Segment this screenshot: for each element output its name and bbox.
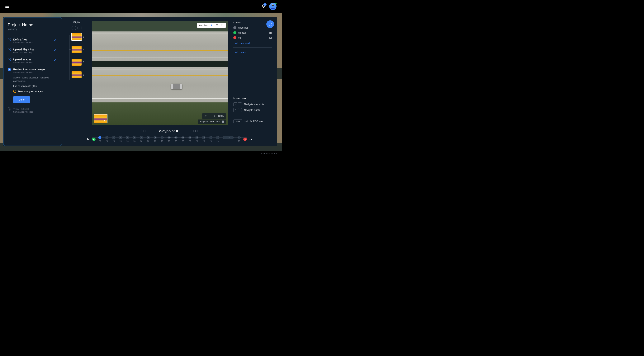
up-key-icon: ˄: [233, 108, 237, 112]
labels-title: Labels: [233, 21, 272, 24]
waypoint-prev-button[interactable]: [141, 129, 146, 133]
timeline-value: 20: [126, 140, 128, 142]
label-count: [1]: [269, 31, 272, 34]
timeline-point[interactable]: 1720: [209, 136, 212, 142]
step-review-annotate: 4 Review & Annotate Images Summarize if …: [8, 68, 58, 107]
timeline-point[interactable]: 220: [105, 136, 108, 142]
timeline-point[interactable]: 320: [112, 136, 115, 142]
viewer-meta: Image 001 / 09:14 AM i: [198, 119, 226, 124]
timeline-point[interactable]: 1120: [168, 136, 170, 142]
divider: [6, 34, 59, 34]
add-notes-link[interactable]: + Add notes: [233, 51, 272, 54]
timeline-end-marker[interactable]: [243, 137, 247, 141]
timeline-point[interactable]: 1320: [181, 136, 184, 142]
timeline-point[interactable]: 520: [126, 136, 129, 142]
footer: DECKER 0.0.1: [0, 151, 282, 156]
annotate-toolbar: Annotate: [197, 23, 226, 28]
label-name: defects: [238, 31, 267, 34]
zoom-out-button[interactable]: −: [209, 114, 211, 118]
edit-step-button[interactable]: [53, 48, 58, 54]
timeline-point[interactable]: 820: [147, 136, 150, 142]
polygon-icon: [221, 24, 224, 26]
flight-thumbnail: [72, 71, 82, 78]
info-icon[interactable]: i: [222, 120, 224, 123]
label-item-defects[interactable]: defects [1]: [233, 31, 272, 34]
timeline-point[interactable]: 420: [119, 136, 122, 142]
step-title: Upload Flight Plan: [13, 48, 51, 51]
label-color-dot: [233, 26, 236, 29]
main-content: Flights 5 5 5 5: [62, 17, 277, 146]
timeline-value: 20: [216, 140, 218, 142]
timeline-start-marker[interactable]: [92, 137, 96, 141]
pointer-icon: [210, 24, 213, 26]
avatar[interactable]: [269, 3, 276, 10]
timeline-point[interactable]: 120: [98, 136, 101, 142]
timeline-point[interactable]: 1520: [195, 136, 198, 142]
image-viewer[interactable]: Annotate ↻ ↺ − + 100%: [92, 21, 228, 125]
waypoint-next-button[interactable]: [193, 129, 198, 133]
label-item-undefined[interactable]: undefined: [233, 26, 272, 29]
flight-count: 5: [83, 74, 84, 76]
main-panel: Project Name (000-000) 1 Define Area Sum…: [3, 17, 277, 146]
done-button[interactable]: Done: [13, 96, 30, 103]
reset-zoom-button[interactable]: ↺: [204, 114, 207, 118]
thermal-thumbnail[interactable]: ↻: [94, 114, 108, 123]
timeline-value: 20: [203, 140, 205, 142]
timeline-point[interactable]: 1420: [188, 136, 191, 142]
flights-title: Flights: [73, 21, 80, 24]
notifications-button[interactable]: 6: [262, 4, 266, 9]
flight-item[interactable]: 5: [72, 33, 84, 40]
timeline-point[interactable]: 1620: [202, 136, 205, 142]
timeline-point[interactable]: 720: [140, 136, 143, 142]
step-upload-images: 3 Upload Images Summarize if needed: [8, 58, 58, 68]
zoom-level: 100%: [218, 115, 224, 117]
timeline-value: 20: [210, 140, 212, 142]
flight-item[interactable]: 5: [72, 46, 84, 53]
topbar-right: 6: [262, 3, 276, 10]
edit-step-button[interactable]: [53, 38, 58, 44]
timeline-point[interactable]: 1220: [174, 136, 178, 142]
timeline-point[interactable]: 1820: [216, 136, 219, 142]
timeline-dot: 14: [188, 136, 191, 139]
flight-count: 5: [83, 61, 84, 63]
polygon-tool[interactable]: [221, 24, 224, 26]
viewer-column: Annotate ↻ ↺ − + 100%: [92, 21, 228, 125]
timeline-value: 20: [161, 140, 163, 142]
timeline-point[interactable]: 2020: [238, 136, 241, 142]
timeline-point[interactable]: 920: [154, 136, 157, 142]
notification-count: 6: [264, 3, 266, 6]
edit-step-button[interactable]: [53, 58, 58, 64]
timeline-more[interactable]: •••: [223, 136, 234, 142]
timeline-dot: 12: [174, 136, 178, 139]
flights-down-button[interactable]: [77, 26, 82, 30]
timeline-dot: 5: [126, 136, 129, 139]
warning-icon: !: [13, 90, 16, 93]
timeline-point[interactable]: 1020: [160, 136, 164, 142]
zoom-in-button[interactable]: +: [214, 114, 215, 118]
flight-item[interactable]: 5: [72, 71, 84, 78]
flight-count: 5: [83, 36, 84, 38]
flight-item[interactable]: 5: [72, 59, 84, 66]
warning-text: 10 unassigned images: [18, 90, 43, 93]
timeline-end-label: S: [249, 137, 252, 141]
instructions-title: Instructions: [233, 97, 272, 100]
timeline-dot: 16: [202, 136, 205, 139]
flights-up-button[interactable]: [72, 26, 76, 30]
timeline-value: 20: [147, 140, 149, 142]
timeline-dot: 20: [238, 136, 241, 139]
timeline-dot: 10: [160, 136, 164, 139]
timeline-start-label: N: [86, 137, 90, 141]
step-upload-flight-plan: 2 Upload Flight Plan Litchi CSV files on…: [8, 48, 58, 58]
label-item-car[interactable]: car [2]: [233, 36, 272, 39]
rectangle-icon: [216, 24, 218, 26]
step-number: 2: [8, 48, 11, 51]
pointer-tool[interactable]: [210, 24, 213, 26]
menu-button[interactable]: [5, 5, 9, 8]
timeline-value: 20: [182, 140, 184, 142]
rectangle-tool[interactable]: [216, 24, 218, 26]
timeline-point[interactable]: 620: [133, 136, 136, 142]
fullscreen-button[interactable]: [266, 20, 274, 28]
instruction-waypoints: ‹ › Navigate waypoints: [233, 102, 272, 106]
step-view-results: 5 View Results Summarize if needed: [8, 107, 58, 117]
add-label-link[interactable]: + Add new label: [233, 42, 272, 45]
